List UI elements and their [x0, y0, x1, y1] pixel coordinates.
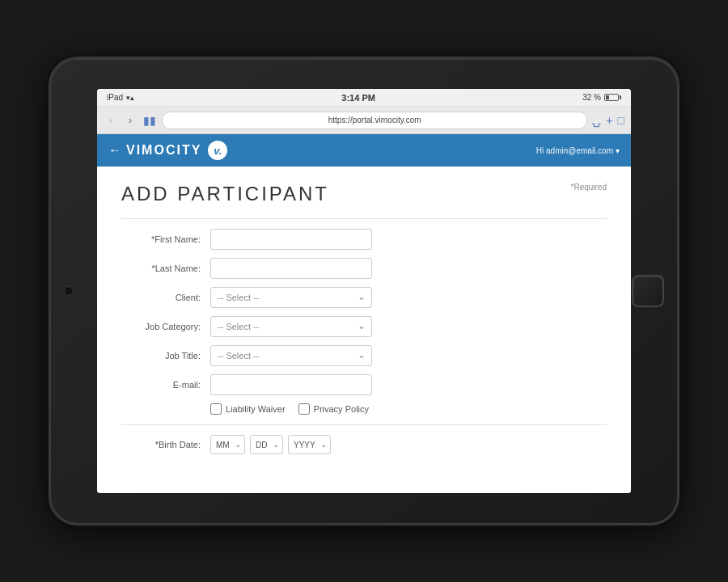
client-select-wrapper: -- Select --	[210, 287, 372, 308]
job-title-label: Job Title:	[121, 351, 210, 361]
birth-month-wrapper: MM	[210, 435, 245, 454]
browser-actions: ⍽ + □	[592, 114, 624, 127]
birth-day-select[interactable]: DD	[250, 435, 283, 454]
privacy-policy-checkbox[interactable]	[298, 403, 310, 415]
liability-waiver-checkbox[interactable]	[210, 403, 222, 415]
status-bar: iPad ▾▴ 3:14 PM 32 %	[97, 89, 631, 107]
user-dropdown-icon: ▾	[616, 146, 620, 155]
status-time: 3:14 PM	[341, 93, 375, 103]
tablet-screen: iPad ▾▴ 3:14 PM 32 % ‹ › ▮▮ https://port…	[97, 89, 631, 493]
privacy-policy-label: Privacy Policy	[314, 404, 369, 414]
url-text: https://portal.vimocity.com	[328, 116, 421, 124]
first-name-input[interactable]	[210, 229, 372, 250]
header-left: ← VIMOCITY v.	[108, 141, 227, 160]
birthdate-selects: MM DD YYYY	[210, 435, 331, 454]
page-title: ADD PARTICIPANT	[121, 183, 329, 205]
device-name: iPad	[107, 93, 123, 102]
bookmarks-icon[interactable]: ▮▮	[142, 113, 157, 128]
liability-waiver-item[interactable]: Liability Waiver	[210, 403, 286, 415]
form-divider	[121, 218, 607, 219]
client-row: Client: -- Select --	[121, 287, 607, 308]
birth-year-select[interactable]: YYYY	[288, 435, 331, 454]
user-info[interactable]: Hi admin@email.com ▾	[536, 146, 620, 155]
first-name-row: *First Name:	[121, 229, 607, 250]
url-bar[interactable]: https://portal.vimocity.com	[162, 112, 587, 129]
content-area: ADD PARTICIPANT *Required *First Name: *…	[97, 167, 631, 493]
birth-year-wrapper: YYYY	[288, 435, 331, 454]
logo-v-symbol: v.	[214, 145, 222, 157]
battery-fill	[606, 95, 609, 99]
logo-text: VIMOCITY	[126, 143, 201, 158]
job-category-row: Job Category: -- Select --	[121, 316, 607, 337]
app-back-button[interactable]: ←	[108, 143, 121, 158]
tabs-icon[interactable]: □	[618, 114, 624, 127]
back-button[interactable]: ‹	[104, 113, 118, 128]
share-icon[interactable]: ⍽	[592, 114, 601, 127]
privacy-policy-item[interactable]: Privacy Policy	[298, 403, 369, 415]
status-left: iPad ▾▴	[107, 93, 134, 102]
required-note: *Required	[571, 183, 607, 192]
birth-day-wrapper: DD	[250, 435, 283, 454]
status-right: 32 %	[582, 93, 621, 102]
last-name-row: *Last Name:	[121, 258, 607, 279]
last-name-input[interactable]	[210, 258, 372, 279]
email-label: E-mail:	[121, 380, 210, 390]
liability-waiver-label: Liability Waiver	[226, 404, 286, 414]
job-title-select-wrapper: -- Select --	[210, 345, 372, 366]
battery-body	[604, 94, 619, 101]
battery-icon	[604, 94, 621, 101]
birth-date-row: *Birth Date: MM DD YYYY	[121, 424, 607, 454]
forward-button[interactable]: ›	[123, 113, 138, 128]
wifi-icon: ▾▴	[126, 94, 134, 102]
logo-circle: v.	[208, 141, 227, 160]
battery-percent: 32 %	[582, 93, 601, 102]
new-tab-icon[interactable]: +	[606, 114, 612, 127]
page-title-row: ADD PARTICIPANT *Required	[121, 183, 607, 205]
job-category-label: Job Category:	[121, 322, 210, 331]
client-label: Client:	[121, 293, 210, 302]
app-header: ← VIMOCITY v. Hi admin@email.com ▾	[97, 134, 631, 167]
job-title-select[interactable]: -- Select --	[210, 345, 372, 366]
last-name-label: *Last Name:	[121, 264, 210, 273]
browser-bar: ‹ › ▮▮ https://portal.vimocity.com ⍽ + □	[97, 107, 631, 134]
checkbox-row: Liability Waiver Privacy Policy	[210, 403, 607, 415]
job-category-select-wrapper: -- Select --	[210, 316, 372, 337]
tablet-device: iPad ▾▴ 3:14 PM 32 % ‹ › ▮▮ https://port…	[49, 57, 679, 525]
first-name-label: *First Name:	[121, 234, 210, 244]
birth-month-select[interactable]: MM	[210, 435, 245, 454]
birth-date-label: *Birth Date:	[121, 440, 210, 449]
job-category-select[interactable]: -- Select --	[210, 316, 372, 337]
job-title-row: Job Title: -- Select --	[121, 345, 607, 366]
user-greeting: Hi admin@email.com	[536, 146, 613, 155]
email-row: E-mail:	[121, 374, 607, 395]
client-select[interactable]: -- Select --	[210, 287, 372, 308]
battery-tip	[620, 95, 621, 99]
email-input[interactable]	[210, 374, 372, 395]
